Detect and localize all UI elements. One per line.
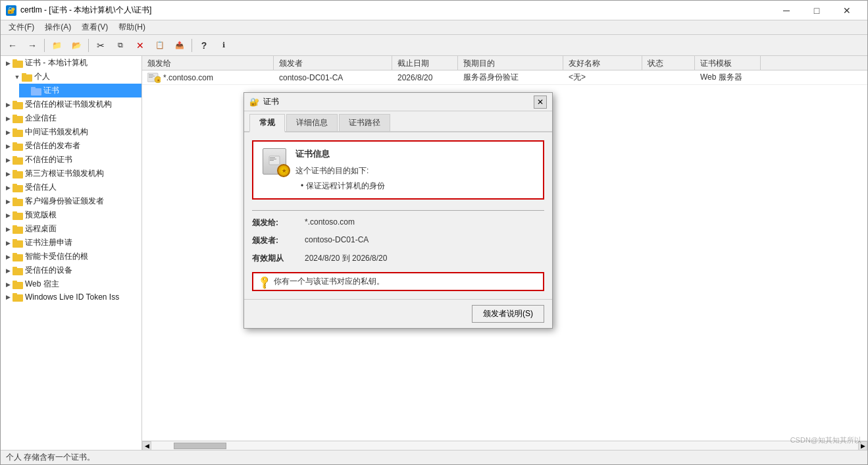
tab-general[interactable]: 常规 xyxy=(249,114,285,132)
cell-template: Web 服务器 xyxy=(695,70,761,84)
svg-rect-10 xyxy=(13,130,23,137)
svg-rect-12 xyxy=(13,144,23,151)
tree-item-third-party-root[interactable]: ▶ 第三方根证书颁发机构 xyxy=(1,167,141,180)
toolbar-back[interactable]: ← xyxy=(3,38,22,53)
toolbar-export[interactable]: 📤 xyxy=(170,38,189,53)
folder-third-party-root xyxy=(13,169,23,178)
cert-value-validity: 2024/8/20 到 2026/8/20 xyxy=(305,253,387,264)
svg-rect-38 xyxy=(149,76,155,76)
tree-item-web-host[interactable]: ▶ Web 宿主 xyxy=(1,277,141,291)
tree-root-arrow: ▶ xyxy=(3,59,13,68)
svg-rect-0 xyxy=(13,61,23,68)
minimize-button[interactable]: ─ xyxy=(771,1,802,20)
horizontal-scrollbar[interactable]: ◀ ▶ xyxy=(142,441,867,450)
toolbar-help[interactable]: ? xyxy=(195,38,213,53)
tree-item-client-auth[interactable]: ▶ 客户端身份验证颁发者 xyxy=(1,194,141,208)
maximize-button[interactable]: □ xyxy=(802,1,832,20)
svg-rect-16 xyxy=(13,171,23,178)
svg-rect-44 xyxy=(270,159,276,159)
col-friendly-name[interactable]: 友好名称 xyxy=(563,56,642,70)
svg-rect-45 xyxy=(270,160,274,161)
cert-label-validity: 有效期从 xyxy=(252,253,292,264)
title-bar-left: 🔐 certlm - [证书 - 本地计算机\个人\证书] xyxy=(6,5,151,16)
cert-purpose-item-0: 保证远程计算机的身份 xyxy=(295,180,535,192)
tree-root-folder-icon xyxy=(13,59,23,68)
toolbar-up[interactable]: 📁 xyxy=(47,38,66,53)
tree-root[interactable]: ▶ 证书 - 本地计算机 xyxy=(1,56,141,70)
col-status[interactable]: 状态 xyxy=(642,56,695,70)
toolbar-delete[interactable]: ✕ xyxy=(131,38,149,53)
tree-item-trusted-publishers[interactable]: ▶ 受信任的发布者 xyxy=(1,139,141,153)
toolbar-info[interactable]: ℹ xyxy=(215,38,233,53)
svg-rect-26 xyxy=(13,240,23,248)
cert-dialog-title-text: 证书 xyxy=(263,96,279,107)
cert-badge-medal: ★ xyxy=(277,164,290,177)
col-purpose[interactable]: 预期目的 xyxy=(458,56,563,70)
label-client-auth: 客户端身份验证颁发者 xyxy=(25,196,104,207)
col-template[interactable]: 证书模板 xyxy=(695,56,761,70)
issuer-statement-button[interactable]: 颁发者说明(S) xyxy=(472,305,544,323)
folder-preview-root xyxy=(13,211,23,220)
title-bar: 🔐 certlm - [证书 - 本地计算机\个人\证书] ─ □ ✕ xyxy=(1,1,867,20)
tree-item-untrusted[interactable]: ▶ 不信任的证书 xyxy=(1,153,141,167)
tree-item-cert-enrollment[interactable]: ▶ 证书注册申请 xyxy=(1,236,141,250)
tree-item-trusted-root[interactable]: ▶ 受信任的根证书颁发机构 xyxy=(1,97,141,111)
window-title: certlm - [证书 - 本地计算机\个人\证书] xyxy=(20,5,151,16)
toolbar-forward[interactable]: → xyxy=(23,38,41,53)
svg-rect-39 xyxy=(149,77,153,78)
arrow-trusted-devices: ▶ xyxy=(3,266,13,275)
arrow-trusted-root: ▶ xyxy=(3,100,13,109)
col-issued-by[interactable]: 颁发者 xyxy=(274,56,392,70)
svg-rect-5 xyxy=(31,87,36,89)
cert-purpose-label: 这个证书的目的如下: xyxy=(295,165,535,177)
label-untrusted: 不信任的证书 xyxy=(25,154,72,165)
tab-details[interactable]: 详细信息 xyxy=(286,114,338,131)
tree-item-windows-live-id[interactable]: ▶ Windows Live ID Token Iss xyxy=(1,291,141,303)
svg-rect-19 xyxy=(13,184,17,186)
arrow-windows-live-id: ▶ xyxy=(3,292,13,302)
table-row[interactable]: ★ *.contoso.com contoso-DC01-CA 2026/8/2… xyxy=(142,70,867,85)
label-people: 受信任人 xyxy=(25,182,57,193)
label-trusted-devices: 受信任的设备 xyxy=(25,265,72,276)
cert-label-issued-by: 颁发者: xyxy=(252,235,292,246)
tree-item-preview-root[interactable]: ▶ 预览版根 xyxy=(1,208,141,222)
tree-item-remote-desktop[interactable]: ▶ 远程桌面 xyxy=(1,222,141,236)
toolbar-cut[interactable]: ✂ xyxy=(91,38,110,53)
folder-intermediate-ca xyxy=(13,128,23,137)
tree-item-trusted-devices[interactable]: ▶ 受信任的设备 xyxy=(1,263,141,277)
svg-rect-1 xyxy=(13,59,17,61)
cert-value-issued-by: contoso-DC01-CA xyxy=(305,235,369,246)
scroll-right-btn[interactable]: ▶ xyxy=(858,441,867,451)
menu-help[interactable]: 帮助(H) xyxy=(113,20,151,34)
col-expiry[interactable]: 截止日期 xyxy=(392,56,458,70)
toolbar-folder[interactable]: 📂 xyxy=(67,38,86,53)
tree-item-certs[interactable]: ▶ 证书 xyxy=(19,84,141,97)
tree-item-people[interactable]: ▶ 受信任人 xyxy=(1,180,141,194)
folder-trusted-devices xyxy=(13,266,23,275)
cert-dialog-title-left: 🔐 证书 xyxy=(249,96,279,107)
svg-rect-9 xyxy=(13,115,17,117)
scroll-left-btn[interactable]: ◀ xyxy=(142,441,151,451)
menu-view[interactable]: 查看(V) xyxy=(76,20,113,34)
tree-certs-group: ▶ 证书 xyxy=(10,84,141,97)
tree-item-personal[interactable]: ▼ 个人 xyxy=(10,70,141,84)
key-icon: 🔑 xyxy=(257,274,272,289)
tree-item-smartcard-root[interactable]: ▶ 智能卡受信任的根 xyxy=(1,250,141,263)
svg-rect-2 xyxy=(22,74,32,82)
menu-action[interactable]: 操作(A) xyxy=(39,20,76,34)
tree-item-enterprise[interactable]: ▶ 企业信任 xyxy=(1,111,141,125)
tree-personal-group: ▼ 个人 ▶ 证书 xyxy=(1,70,141,97)
tree-item-intermediate-ca[interactable]: ▶ 中间证书颁发机构 xyxy=(1,125,141,139)
toolbar-paste[interactable]: 📋 xyxy=(151,38,169,53)
cert-dialog-close-button[interactable]: ✕ xyxy=(534,96,547,109)
folder-web-host xyxy=(13,280,23,289)
title-bar-buttons: ─ □ ✕ xyxy=(771,1,862,20)
toolbar-copy[interactable]: ⧉ xyxy=(111,38,130,53)
close-button[interactable]: ✕ xyxy=(832,1,862,20)
arrow-enterprise: ▶ xyxy=(3,114,13,123)
folder-enterprise xyxy=(13,114,23,123)
menu-file[interactable]: 文件(F) xyxy=(3,20,39,34)
scroll-thumb[interactable] xyxy=(174,443,226,449)
col-issued-to[interactable]: 颁发给 xyxy=(142,56,274,70)
tab-cert-path[interactable]: 证书路径 xyxy=(339,114,390,131)
